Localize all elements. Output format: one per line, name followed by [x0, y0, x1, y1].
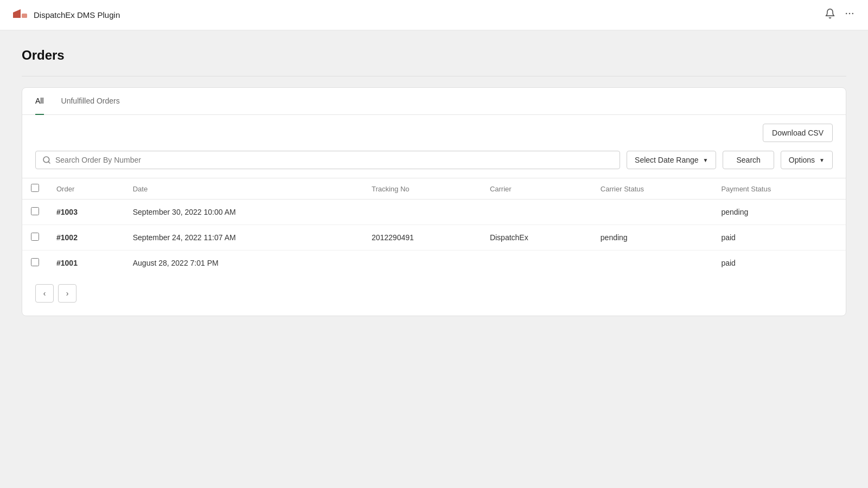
svg-marker-1 [13, 9, 21, 18]
table-row: #1001 August 28, 2022 7:01 PM paid [22, 251, 846, 276]
row-tracking-1003 [363, 200, 481, 225]
row-carrier-status-1002: pending [592, 225, 713, 251]
notifications-icon[interactable] [825, 8, 835, 22]
topbar-left: DispatchEx DMS Plugin [13, 9, 120, 21]
app-title: DispatchEx DMS Plugin [34, 10, 120, 20]
th-order: Order [48, 178, 124, 200]
row-checkbox-1001[interactable] [31, 258, 39, 266]
orders-table: Order Date Tracking No Carrier Carrier S… [22, 178, 846, 275]
pagination: ‹ › [22, 275, 846, 303]
app-logo-icon [13, 9, 28, 21]
th-checkbox [22, 178, 48, 200]
row-checkbox-cell [22, 251, 48, 276]
row-checkbox-cell [22, 225, 48, 251]
row-checkbox-cell [22, 200, 48, 225]
date-range-button[interactable]: Select Date Range ▼ [627, 151, 716, 169]
row-date-1001: August 28, 2022 7:01 PM [124, 251, 363, 276]
next-icon: › [66, 289, 69, 298]
svg-line-7 [48, 162, 50, 163]
row-carrier-1001 [481, 251, 592, 276]
row-tracking-1001 [363, 251, 481, 276]
svg-point-3 [846, 13, 847, 15]
date-range-chevron-icon: ▼ [703, 157, 709, 163]
tab-unfulfilled[interactable]: Unfulfilled Orders [61, 88, 120, 115]
row-checkbox-1002[interactable] [31, 233, 39, 241]
options-chevron-icon: ▼ [819, 157, 825, 163]
options-label: Options [789, 156, 815, 164]
pagination-prev-button[interactable]: ‹ [35, 284, 54, 303]
table-header-row: Order Date Tracking No Carrier Carrier S… [22, 178, 846, 200]
svg-rect-2 [22, 14, 27, 18]
th-date: Date [124, 178, 363, 200]
prev-icon: ‹ [43, 289, 46, 298]
row-date-1002: September 24, 2022 11:07 AM [124, 225, 363, 251]
search-box[interactable] [35, 151, 620, 169]
row-payment-status-1002: paid [712, 225, 846, 251]
row-payment-status-1003: pending [712, 200, 846, 225]
svg-point-5 [852, 13, 854, 15]
th-carrier-status: Carrier Status [592, 178, 713, 200]
search-button[interactable]: Search [723, 151, 774, 169]
row-order-1002: #1002 [48, 225, 124, 251]
download-csv-button[interactable]: Download CSV [763, 124, 833, 142]
page-divider [22, 76, 846, 76]
search-input[interactable] [55, 156, 613, 164]
row-checkbox-1003[interactable] [31, 207, 39, 215]
topbar-right [825, 8, 855, 22]
row-order-1001: #1001 [48, 251, 124, 276]
svg-point-4 [849, 13, 851, 15]
row-carrier-status-1001 [592, 251, 713, 276]
table-row: #1002 September 24, 2022 11:07 AM 201229… [22, 225, 846, 251]
row-date-1003: September 30, 2022 10:00 AM [124, 200, 363, 225]
tabs-container: All Unfulfilled Orders [22, 88, 846, 115]
search-icon [42, 156, 51, 164]
search-row: Select Date Range ▼ Search Options ▼ [22, 151, 846, 178]
row-carrier-1002: DispatchEx [481, 225, 592, 251]
page-content: Orders All Unfulfilled Orders Download C… [0, 30, 868, 333]
pagination-next-button[interactable]: › [58, 284, 76, 303]
th-carrier: Carrier [481, 178, 592, 200]
orders-card: All Unfulfilled Orders Download CSV Sele… [22, 87, 846, 316]
table-row: #1003 September 30, 2022 10:00 AM pendin… [22, 200, 846, 225]
tab-all[interactable]: All [35, 88, 44, 115]
row-tracking-1002: 2012290491 [363, 225, 481, 251]
options-button[interactable]: Options ▼ [781, 151, 833, 169]
date-range-label: Select Date Range [635, 156, 699, 164]
toolbar: Download CSV [22, 115, 846, 151]
th-tracking-no: Tracking No [363, 178, 481, 200]
row-carrier-1003 [481, 200, 592, 225]
row-carrier-status-1003 [592, 200, 713, 225]
more-options-icon[interactable] [844, 8, 855, 22]
select-all-checkbox[interactable] [31, 184, 39, 192]
page-title: Orders [22, 48, 846, 63]
orders-table-container: Order Date Tracking No Carrier Carrier S… [22, 178, 846, 275]
row-order-1003: #1003 [48, 200, 124, 225]
th-payment-status: Payment Status [712, 178, 846, 200]
row-payment-status-1001: paid [712, 251, 846, 276]
topbar: DispatchEx DMS Plugin [0, 0, 868, 30]
